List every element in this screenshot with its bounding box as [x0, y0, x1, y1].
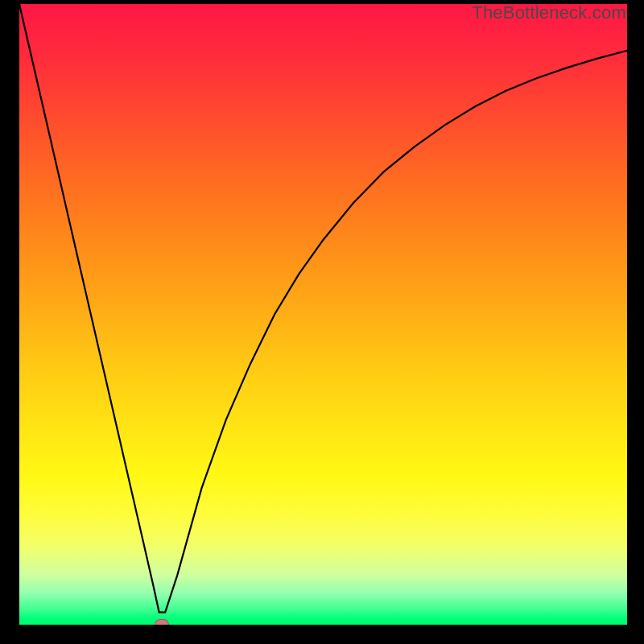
watermark-text: TheBottleneck.com [472, 2, 626, 23]
chart-container: TheBottleneck.com [0, 0, 644, 644]
plot-area [19, 4, 627, 625]
minimum-marker [155, 619, 169, 625]
bottleneck-curve [19, 4, 627, 625]
